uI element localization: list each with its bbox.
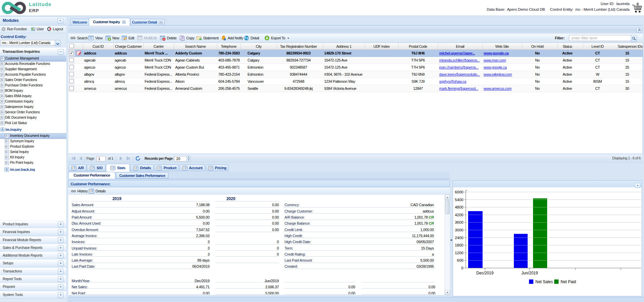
- svg-text:3600: 3600: [455, 220, 463, 224]
- svg-text:4800: 4800: [455, 205, 463, 209]
- svg-text:Net Sales: Net Sales: [535, 279, 553, 284]
- svg-text:4200: 4200: [455, 213, 463, 217]
- svg-text:600: 600: [457, 258, 463, 262]
- svg-text:0: 0: [461, 266, 463, 270]
- svg-text:1200: 1200: [455, 251, 463, 255]
- svg-text:Dec/2019: Dec/2019: [476, 271, 494, 275]
- svg-text:3000: 3000: [455, 228, 463, 232]
- svg-text:2400: 2400: [455, 236, 463, 240]
- svg-text:Net Paid: Net Paid: [561, 279, 576, 284]
- svg-text:Jun/2019: Jun/2019: [521, 271, 538, 275]
- svg-text:1800: 1800: [455, 243, 463, 247]
- svg-text:6000: 6000: [455, 190, 463, 194]
- svg-text:5400: 5400: [455, 198, 463, 202]
